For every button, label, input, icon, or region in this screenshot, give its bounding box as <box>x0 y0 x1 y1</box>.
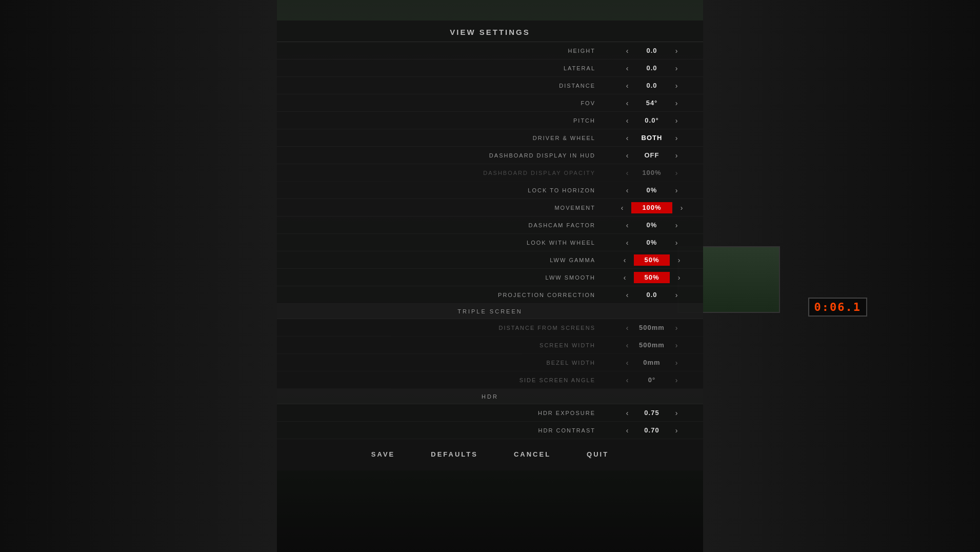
lateral-value: 0.0 <box>636 64 667 72</box>
section-header-triple-screen: TRIPLE SCREEN <box>277 304 703 319</box>
setting-row-pitch: PITCH ‹ 0.0° › <box>277 112 703 129</box>
screen-width-value: 500mm <box>636 341 667 349</box>
bezel-width-value: 0mm <box>636 359 667 366</box>
setting-row-lww-smooth: LWW SMOOTH ‹ 50% › <box>277 269 703 286</box>
hdr-contrast-value: 0.70 <box>636 426 667 434</box>
fov-right-arrow[interactable]: › <box>671 99 682 107</box>
dashcam-factor-left-arrow[interactable]: ‹ <box>622 221 632 229</box>
look-with-wheel-value: 0% <box>636 239 667 246</box>
setting-label-height: HEIGHT <box>287 48 611 54</box>
dashboard-opacity-left-arrow[interactable]: ‹ <box>622 169 632 177</box>
setting-label-hdr-exposure: HDR EXPOSURE <box>287 410 611 416</box>
setting-row-fov: FOV ‹ 54° › <box>277 94 703 112</box>
distance-left-arrow[interactable]: ‹ <box>622 82 632 90</box>
height-value: 0.0 <box>636 47 667 54</box>
setting-row-look-with-wheel: LOOK WITH WHEEL ‹ 0% › <box>277 234 703 251</box>
bezel-width-right-arrow[interactable]: › <box>671 359 682 367</box>
setting-label-lateral: LATERAL <box>287 65 611 71</box>
setting-label-bezel-width: BEZEL WIDTH <box>287 360 611 366</box>
dashboard-display-left-arrow[interactable]: ‹ <box>622 151 632 160</box>
driver-wheel-right-arrow[interactable]: › <box>671 134 682 142</box>
setting-row-height: HEIGHT ‹ 0.0 › <box>277 42 703 60</box>
defaults-button[interactable]: DEFAULTS <box>413 444 496 464</box>
setting-value-area-movement: ‹ 100% › <box>611 202 693 213</box>
screen-width-right-arrow[interactable]: › <box>671 341 682 349</box>
height-right-arrow[interactable]: › <box>671 47 682 55</box>
cockpit-left <box>0 0 277 552</box>
lock-horizon-right-arrow[interactable]: › <box>671 186 682 194</box>
setting-label-dashboard-opacity: DASHBOARD DISPLAY OPACITY <box>287 170 611 176</box>
bezel-width-left-arrow[interactable]: ‹ <box>622 359 632 367</box>
setting-label-dist-from-screens: DISTANCE FROM SCREENS <box>287 325 611 331</box>
setting-value-area-hdr-exposure: ‹ 0.75 › <box>611 409 693 417</box>
pitch-left-arrow[interactable]: ‹ <box>622 116 632 125</box>
dashboard-display-right-arrow[interactable]: › <box>671 151 682 160</box>
setting-row-dashcam-factor: DASHCAM FACTOR ‹ 0% › <box>277 216 703 234</box>
driver-wheel-left-arrow[interactable]: ‹ <box>622 134 632 142</box>
dashboard-opacity-value: 100% <box>636 169 667 176</box>
projection-correction-value: 0.0 <box>636 291 667 299</box>
setting-value-area-bezel-width: ‹ 0mm › <box>611 359 693 367</box>
setting-row-hdr-contrast: HDR CONTRAST ‹ 0.70 › <box>277 422 703 439</box>
lww-gamma-left-arrow[interactable]: ‹ <box>619 256 630 264</box>
setting-row-hdr-exposure: HDR EXPOSURE ‹ 0.75 › <box>277 404 703 422</box>
setting-label-lww-smooth: LWW SMOOTH <box>287 274 611 281</box>
dist-from-screens-right-arrow[interactable]: › <box>671 324 682 332</box>
movement-right-arrow[interactable]: › <box>676 204 687 212</box>
lateral-right-arrow[interactable]: › <box>671 64 682 72</box>
side-screen-angle-right-arrow[interactable]: › <box>671 376 682 384</box>
lock-horizon-value: 0% <box>636 186 667 194</box>
setting-value-area-side-screen-angle: ‹ 0° › <box>611 376 693 384</box>
setting-row-bezel-width: BEZEL WIDTH ‹ 0mm › <box>277 354 703 371</box>
section-label-hdr: HDR <box>482 393 498 400</box>
setting-value-area-screen-width: ‹ 500mm › <box>611 341 693 349</box>
fov-left-arrow[interactable]: ‹ <box>622 99 632 107</box>
look-with-wheel-left-arrow[interactable]: ‹ <box>622 239 632 247</box>
hdr-exposure-left-arrow[interactable]: ‹ <box>622 409 632 417</box>
dashboard-opacity-right-arrow[interactable]: › <box>671 169 682 177</box>
projection-correction-left-arrow[interactable]: ‹ <box>622 291 632 299</box>
setting-row-screen-width: SCREEN WIDTH ‹ 500mm › <box>277 337 703 354</box>
lateral-left-arrow[interactable]: ‹ <box>622 64 632 72</box>
pitch-right-arrow[interactable]: › <box>671 116 682 125</box>
distance-right-arrow[interactable]: › <box>671 82 682 90</box>
dist-from-screens-left-arrow[interactable]: ‹ <box>622 324 632 332</box>
lww-smooth-left-arrow[interactable]: ‹ <box>619 273 630 282</box>
settings-list: HEIGHT ‹ 0.0 › LATERAL ‹ 0.0 › DISTANCE … <box>277 42 703 439</box>
setting-label-driver-wheel: DRIVER & WHEEL <box>287 135 611 141</box>
setting-row-dashboard-display: DASHBOARD DISPLAY IN HUD ‹ OFF › <box>277 147 703 164</box>
section-header-hdr: HDR <box>277 389 703 404</box>
dashcam-factor-right-arrow[interactable]: › <box>671 221 682 229</box>
setting-row-dashboard-opacity: DASHBOARD DISPLAY OPACITY ‹ 100% › <box>277 164 703 182</box>
side-screen-angle-value: 0° <box>636 376 667 384</box>
look-with-wheel-right-arrow[interactable]: › <box>671 239 682 247</box>
setting-value-area-dashcam-factor: ‹ 0% › <box>611 221 693 229</box>
side-screen-angle-left-arrow[interactable]: ‹ <box>622 376 632 384</box>
setting-value-area-lww-gamma: ‹ 50% › <box>611 254 693 266</box>
cancel-button[interactable]: CANCEL <box>496 444 569 464</box>
distance-value: 0.0 <box>636 82 667 89</box>
lock-horizon-left-arrow[interactable]: ‹ <box>622 186 632 194</box>
setting-value-area-projection-correction: ‹ 0.0 › <box>611 291 693 299</box>
settings-panel: VIEW SETTINGS HEIGHT ‹ 0.0 › LATERAL ‹ 0… <box>277 21 703 470</box>
setting-row-projection-correction: PROJECTION CORRECTION ‹ 0.0 › <box>277 286 703 304</box>
setting-row-driver-wheel: DRIVER & WHEEL ‹ BOTH › <box>277 129 703 147</box>
projection-correction-right-arrow[interactable]: › <box>671 291 682 299</box>
hdr-contrast-left-arrow[interactable]: ‹ <box>622 426 632 435</box>
lww-gamma-value: 50% <box>634 254 670 266</box>
movement-left-arrow[interactable]: ‹ <box>617 204 627 212</box>
lww-gamma-right-arrow[interactable]: › <box>674 256 684 264</box>
lww-smooth-value: 50% <box>634 272 670 283</box>
lww-smooth-right-arrow[interactable]: › <box>674 273 684 282</box>
setting-row-distance: DISTANCE ‹ 0.0 › <box>277 77 703 94</box>
screen-width-left-arrow[interactable]: ‹ <box>622 341 632 349</box>
setting-value-area-lock-horizon: ‹ 0% › <box>611 186 693 194</box>
height-left-arrow[interactable]: ‹ <box>622 47 632 55</box>
hdr-contrast-right-arrow[interactable]: › <box>671 426 682 435</box>
quit-button[interactable]: QUIT <box>569 444 627 464</box>
setting-label-dashcam-factor: DASHCAM FACTOR <box>287 222 611 228</box>
hdr-exposure-right-arrow[interactable]: › <box>671 409 682 417</box>
setting-row-side-screen-angle: SIDE SCREEN ANGLE ‹ 0° › <box>277 371 703 389</box>
save-button[interactable]: SAVE <box>353 444 413 464</box>
setting-value-area-height: ‹ 0.0 › <box>611 47 693 55</box>
